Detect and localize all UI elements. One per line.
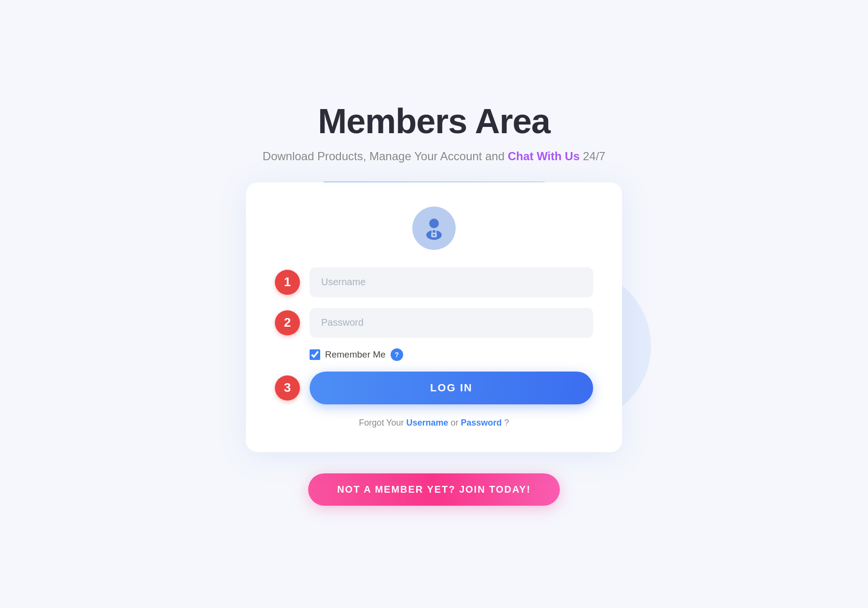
- step-3-badge: 3: [275, 375, 300, 401]
- forgot-text-before: Forgot Your: [359, 418, 404, 428]
- user-avatar-icon: [421, 216, 447, 241]
- forgot-text-after: ?: [504, 418, 509, 428]
- page-title: Members Area: [263, 102, 606, 140]
- page-wrapper: Members Area Download Products, Manage Y…: [0, 102, 868, 505]
- chat-with-us-link[interactable]: Chat With Us: [508, 150, 580, 163]
- step-1-badge: 1: [275, 270, 300, 295]
- password-field-row: 2: [275, 308, 593, 338]
- avatar-section: [275, 207, 593, 250]
- subtitle-text-after: 24/7: [583, 150, 606, 163]
- username-field-row: 1: [275, 267, 593, 297]
- password-input[interactable]: [310, 308, 593, 338]
- help-icon[interactable]: ?: [391, 348, 403, 361]
- subtitle-text-before: Download Products, Manage Your Account a…: [263, 150, 505, 163]
- remember-me-checkbox[interactable]: [310, 349, 320, 360]
- login-row: 3 LOG IN: [275, 372, 593, 404]
- forgot-password-link[interactable]: Password: [461, 418, 502, 428]
- login-card: 1 2 Remember Me ? 3 LOG IN Forgot You: [246, 182, 622, 452]
- forgot-row: Forgot Your Username or Password ?: [275, 418, 593, 428]
- forgot-username-link[interactable]: Username: [406, 418, 448, 428]
- subtitle: Download Products, Manage Your Account a…: [263, 150, 606, 163]
- svg-point-3: [433, 234, 435, 236]
- remember-me-label: Remember Me: [325, 349, 386, 360]
- login-button[interactable]: LOG IN: [310, 372, 593, 404]
- join-today-button[interactable]: NOT A MEMBER YET? JOIN TODAY!: [308, 473, 560, 506]
- remember-me-row: Remember Me ?: [310, 348, 593, 361]
- svg-point-0: [429, 219, 439, 228]
- username-input[interactable]: [310, 267, 593, 297]
- card-outer: 1 2 Remember Me ? 3 LOG IN Forgot You: [246, 182, 622, 452]
- header-section: Members Area Download Products, Manage Y…: [263, 102, 606, 163]
- forgot-text-mid: or: [451, 418, 459, 428]
- step-2-badge: 2: [275, 310, 300, 335]
- avatar-circle: [412, 207, 456, 250]
